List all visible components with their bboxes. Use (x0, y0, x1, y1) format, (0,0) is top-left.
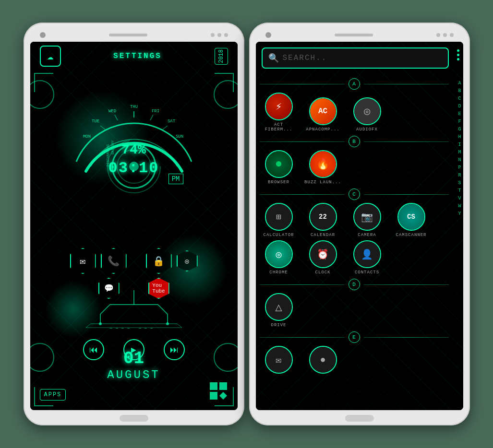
left-topbar: ☁ SETTINGS 2018 (30, 42, 238, 71)
chrome-icon: ◎ (265, 240, 293, 268)
prev-button[interactable]: ⏮ (83, 339, 104, 360)
section-circle-e: E (349, 331, 360, 343)
svg-line-5 (150, 115, 153, 120)
chrome-app[interactable]: ◎ (177, 250, 198, 271)
svg-rect-37 (210, 382, 217, 390)
section-c-header: C (260, 189, 449, 200)
section-d-header: D (260, 279, 449, 290)
alpha-v[interactable]: V (458, 195, 461, 201)
time-value: 03:10 (108, 159, 159, 177)
sensors-right (436, 33, 454, 37)
app-camscanner[interactable]: CS CAMSCANNER (392, 203, 431, 237)
alpha-g[interactable]: G (458, 126, 461, 132)
camera-icon: 📷 (353, 203, 381, 231)
section-c-apps-row2: ◎ CHROME ⏰ CLOCK 👤 (260, 240, 449, 275)
message-app[interactable]: 💬 (98, 278, 120, 299)
alpha-m[interactable]: M (458, 149, 461, 155)
lock-app[interactable]: 🔒 (146, 248, 172, 274)
buzzlaun-label: BUZZ LAUN... (304, 180, 341, 185)
svg-rect-38 (219, 382, 227, 390)
alpha-i[interactable]: I (458, 141, 461, 148)
clock-widget[interactable]: THU FRI SAT SUN WED TUE MON BATTERY DISC… (62, 66, 206, 219)
svg-rect-39 (210, 392, 217, 400)
alpha-s[interactable]: S (458, 180, 461, 186)
alpha-f[interactable]: F (458, 118, 461, 125)
svg-marker-40 (219, 392, 227, 400)
section-a-header: A (260, 78, 449, 90)
right-screen: 🔍 SEARCH.. A B C D E F G (256, 42, 463, 410)
app-calendar[interactable]: 22 CALENDAR (304, 203, 342, 237)
alpha-h[interactable]: H (458, 134, 461, 140)
section-line-a-right (364, 84, 449, 84)
phones-container: ☁ SETTINGS 2018 (24, 23, 470, 425)
app-act-fiberm[interactable]: ⚡ ACT FIBERM... (260, 93, 298, 132)
section-line-c-left (260, 194, 345, 195)
alpha-b[interactable]: B (458, 88, 461, 94)
cloud-icon: ☁ (47, 50, 53, 63)
chrome-label: CHROME (269, 270, 288, 275)
email-app[interactable]: ✉ (70, 248, 96, 274)
speaker-right (335, 34, 373, 36)
search-icon: 🔍 (268, 53, 279, 63)
app-email[interactable]: ✉ (260, 346, 298, 374)
alpha-p[interactable]: P (458, 165, 461, 171)
alpha-d[interactable]: D (458, 103, 461, 109)
three-dots-menu[interactable] (457, 49, 459, 60)
alpha-c[interactable]: C (458, 95, 461, 102)
app-audiofx[interactable]: ◎ AUDIOFX (348, 97, 386, 132)
audiofx-label: AUDIOFX (356, 127, 378, 132)
app-chrome[interactable]: ◎ CHROME (260, 240, 298, 275)
svg-text:SUN: SUN (175, 134, 183, 139)
apnacomp-label: APNACOMP... (306, 127, 339, 132)
alpha-y[interactable]: Y (458, 211, 461, 217)
apps-label[interactable]: APPS (40, 389, 66, 401)
time-display: 74% 03:10 PM (108, 142, 159, 177)
app-browser[interactable]: ● BROWSER (260, 150, 298, 185)
drive-icon: △ (265, 293, 293, 321)
svg-line-28 (86, 324, 91, 328)
app-calculator[interactable]: ⊞ CALCULATOR (260, 203, 298, 237)
app-buzzlaun[interactable]: 🔥 BUZZ LAUN... (304, 150, 342, 185)
right-screen-content: 🔍 SEARCH.. A B C D E F G (256, 42, 463, 410)
svg-text:SAT: SAT (167, 119, 175, 124)
section-b-apps: ● BROWSER 🔥 BUZZ LAUN... (260, 150, 449, 185)
app-contacts[interactable]: 👤 CONTACTS (348, 240, 386, 275)
browser-label: BROWSER (268, 180, 289, 185)
search-bar[interactable]: 🔍 SEARCH.. (262, 47, 449, 69)
search-placeholder: SEARCH.. (283, 54, 327, 62)
phone-app[interactable]: 📞 (101, 248, 127, 274)
left-phone-bottom (30, 410, 238, 422)
sensor1 (211, 33, 215, 37)
next-button[interactable]: ⏭ (164, 339, 185, 360)
clock-label: CLOCK (315, 270, 330, 275)
widget-icon[interactable] (209, 381, 228, 401)
cloud-button[interactable]: ☁ (40, 46, 61, 67)
home-button-right[interactable] (345, 415, 374, 422)
app-camera[interactable]: 📷 CAMERA (348, 203, 386, 237)
app-apnacomp[interactable]: AC APNACOMP... (304, 97, 342, 132)
app-es[interactable]: ● (304, 346, 342, 374)
alpha-a[interactable]: A (458, 80, 461, 86)
alpha-t[interactable]: T (458, 188, 461, 194)
alpha-r[interactable]: R (458, 172, 461, 178)
right-phone-bottom (256, 410, 463, 422)
section-line-b-right (364, 141, 449, 142)
alpha-e[interactable]: E (458, 111, 461, 117)
app-drive[interactable]: △ DRIVE (260, 293, 298, 328)
contacts-label: CONTACTS (355, 270, 379, 275)
alpha-n[interactable]: N (458, 157, 461, 163)
svg-line-7 (115, 115, 118, 120)
contacts-icon: 👤 (353, 240, 381, 268)
alpha-w[interactable]: W (458, 203, 461, 209)
sensor-r3 (450, 33, 454, 37)
settings-label[interactable]: SETTINGS (113, 52, 162, 60)
drive-label: DRIVE (271, 323, 286, 328)
svg-line-6 (163, 126, 168, 130)
app-clock[interactable]: ⏰ CLOCK (304, 240, 342, 275)
menu-dot-2 (457, 54, 459, 56)
youtube-app[interactable]: YouTube (148, 278, 169, 299)
section-circle-c: C (349, 189, 360, 200)
home-button[interactable] (120, 415, 148, 422)
section-line-e-right (364, 337, 449, 338)
svg-line-29 (177, 324, 182, 328)
